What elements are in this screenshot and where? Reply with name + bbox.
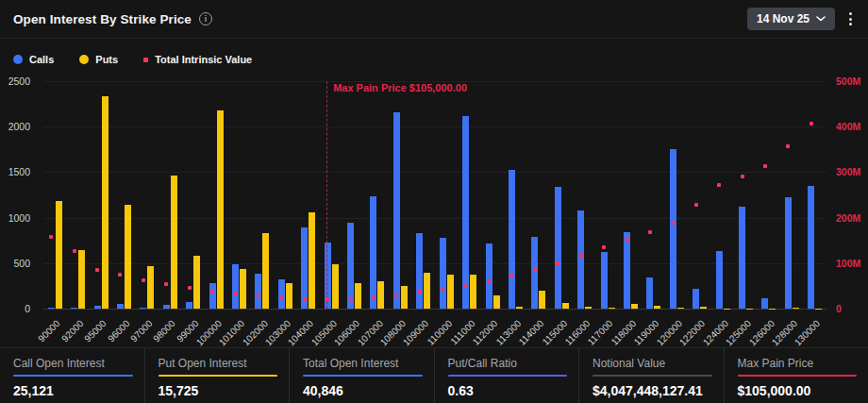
put-bar[interactable] — [171, 176, 177, 309]
intrinsic-value-dot[interactable] — [556, 261, 559, 265]
call-bar[interactable] — [531, 237, 538, 309]
bar-group-108000[interactable] — [389, 81, 411, 309]
bar-group-125000[interactable] — [734, 81, 757, 309]
bar-group-92000[interactable] — [66, 81, 89, 309]
call-bar[interactable] — [761, 298, 768, 309]
bar-group-118000[interactable] — [619, 81, 642, 309]
intrinsic-value-dot[interactable] — [763, 164, 767, 168]
legend-item-calls[interactable]: Calls — [13, 54, 54, 65]
call-bar[interactable] — [785, 197, 792, 309]
call-bar[interactable] — [94, 306, 101, 309]
bar-group-119000[interactable] — [643, 81, 665, 309]
intrinsic-value-dot[interactable] — [326, 297, 329, 301]
put-bar[interactable] — [332, 264, 339, 309]
put-bar[interactable] — [493, 295, 500, 309]
put-bar[interactable] — [516, 307, 523, 309]
intrinsic-value-dot[interactable] — [118, 273, 122, 277]
call-bar[interactable] — [670, 149, 676, 309]
call-bar[interactable] — [577, 210, 584, 309]
bar-group-117000[interactable] — [596, 81, 619, 309]
call-bar[interactable] — [416, 233, 423, 309]
intrinsic-value-dot[interactable] — [210, 290, 214, 294]
intrinsic-value-dot[interactable] — [648, 230, 652, 234]
bar-group-99000[interactable] — [181, 81, 204, 309]
intrinsic-value-dot[interactable] — [786, 144, 790, 148]
intrinsic-value-dot[interactable] — [257, 294, 260, 298]
bar-group-126000[interactable] — [758, 81, 780, 309]
intrinsic-value-dot[interactable] — [533, 268, 537, 272]
call-bar[interactable] — [739, 207, 745, 309]
bar-group-112000[interactable] — [481, 81, 504, 309]
call-bar[interactable] — [509, 170, 515, 309]
intrinsic-value-dot[interactable] — [464, 284, 468, 288]
put-bar[interactable] — [793, 308, 799, 309]
bar-group-95000[interactable] — [90, 81, 112, 309]
call-bar[interactable] — [370, 196, 376, 309]
bar-group-97000[interactable] — [136, 81, 159, 309]
put-bar[interactable] — [562, 303, 569, 309]
intrinsic-value-dot[interactable] — [717, 183, 721, 187]
intrinsic-value-dot[interactable] — [810, 122, 813, 126]
put-bar[interactable] — [217, 110, 224, 309]
bar-group-96000[interactable] — [112, 81, 135, 309]
put-bar[interactable] — [677, 308, 684, 309]
call-bar[interactable] — [117, 304, 124, 309]
intrinsic-value-dot[interactable] — [626, 238, 629, 242]
put-bar[interactable] — [470, 275, 476, 309]
bar-group-98000[interactable] — [159, 81, 181, 309]
intrinsic-value-dot[interactable] — [694, 203, 698, 207]
call-bar[interactable] — [646, 277, 653, 309]
bar-group-122000[interactable] — [689, 81, 711, 309]
bar-group-90000[interactable] — [43, 81, 66, 309]
kebab-menu-icon[interactable] — [846, 9, 855, 28]
date-selector-button[interactable]: 14 Nov 25 — [747, 8, 835, 30]
call-bar[interactable] — [462, 116, 469, 309]
legend-item-total-intrinsic-value[interactable]: Total Intrinsic Value — [143, 54, 252, 65]
intrinsic-value-dot[interactable] — [487, 279, 491, 283]
info-icon[interactable] — [199, 12, 212, 25]
put-bar[interactable] — [377, 281, 384, 309]
call-bar[interactable] — [693, 289, 699, 309]
call-bar[interactable] — [716, 251, 723, 309]
intrinsic-value-dot[interactable] — [164, 282, 168, 286]
call-bar[interactable] — [278, 279, 285, 309]
bar-group-115000[interactable] — [550, 81, 573, 309]
intrinsic-value-dot[interactable] — [73, 249, 76, 253]
call-bar[interactable] — [255, 274, 261, 309]
put-bar[interactable] — [193, 256, 200, 309]
bar-group-101000[interactable] — [227, 81, 250, 309]
put-bar[interactable] — [654, 306, 660, 309]
put-bar[interactable] — [147, 266, 154, 309]
put-bar[interactable] — [102, 96, 108, 309]
put-bar[interactable] — [262, 233, 269, 309]
bar-group-100000[interactable] — [205, 81, 227, 309]
intrinsic-value-dot[interactable] — [418, 290, 422, 294]
bar-group-109000[interactable] — [412, 81, 435, 309]
put-bar[interactable] — [78, 250, 85, 309]
intrinsic-value-dot[interactable] — [279, 296, 283, 300]
bar-group-106000[interactable] — [342, 81, 365, 309]
call-bar[interactable] — [163, 305, 170, 309]
intrinsic-value-dot[interactable] — [142, 278, 145, 282]
bar-group-110000[interactable] — [435, 81, 458, 309]
call-bar[interactable] — [140, 308, 146, 309]
intrinsic-value-dot[interactable] — [349, 298, 353, 302]
put-bar[interactable] — [700, 307, 707, 309]
intrinsic-value-dot[interactable] — [579, 254, 583, 258]
bar-group-124000[interactable] — [711, 81, 734, 309]
intrinsic-value-dot[interactable] — [671, 221, 675, 225]
call-bar[interactable] — [347, 223, 354, 309]
bar-group-107000[interactable] — [366, 81, 389, 309]
intrinsic-value-dot[interactable] — [602, 245, 606, 249]
intrinsic-value-dot[interactable] — [394, 294, 398, 298]
call-bar[interactable] — [393, 112, 400, 309]
bar-group-116000[interactable] — [573, 81, 595, 309]
call-bar[interactable] — [624, 232, 630, 309]
put-bar[interactable] — [424, 273, 430, 309]
call-bar[interactable] — [601, 252, 608, 309]
put-bar[interactable] — [539, 291, 545, 309]
bar-group-114000[interactable] — [527, 81, 550, 309]
put-bar[interactable] — [240, 269, 246, 309]
intrinsic-value-dot[interactable] — [372, 296, 376, 300]
intrinsic-value-dot[interactable] — [509, 274, 513, 277]
